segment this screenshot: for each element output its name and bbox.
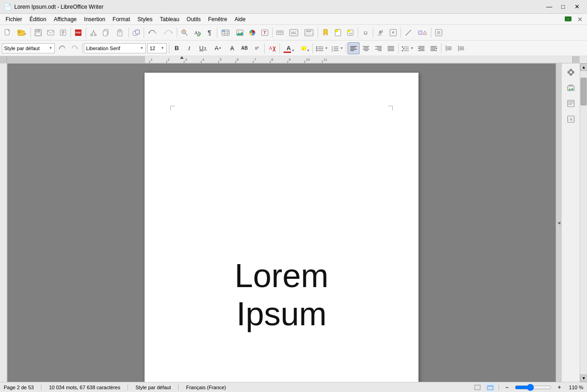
email-button[interactable] bbox=[45, 27, 57, 39]
formatting-marks-button[interactable]: ¶ bbox=[203, 27, 215, 39]
libreoffice-update-icon[interactable]: ↓ bbox=[563, 14, 573, 24]
table-button[interactable] bbox=[219, 27, 233, 39]
svg-point-51 bbox=[238, 31, 239, 32]
list-indent-button[interactable]: ▼ bbox=[400, 42, 415, 54]
svg-text:⊞: ⊞ bbox=[437, 30, 441, 35]
scroll-down-button[interactable]: ▼ bbox=[580, 375, 587, 382]
pdf-button[interactable]: PDF bbox=[72, 27, 84, 39]
header-button[interactable] bbox=[286, 27, 301, 39]
styles-panel-button[interactable]: A bbox=[564, 112, 578, 126]
menu-tableau[interactable]: Tableau bbox=[156, 15, 183, 23]
maximize-button[interactable]: □ bbox=[557, 2, 570, 12]
web-view-button[interactable] bbox=[486, 383, 495, 392]
menu-insertion[interactable]: Insertion bbox=[81, 15, 109, 23]
indent-button[interactable] bbox=[428, 42, 440, 54]
shape-button[interactable] bbox=[415, 27, 430, 39]
svg-rect-8 bbox=[17, 30, 21, 31]
spellcheck-button[interactable]: Abc bbox=[191, 27, 203, 39]
scroll-up-button[interactable]: ▲ bbox=[580, 63, 587, 71]
panel-collapse-handle[interactable]: ◀ bbox=[556, 63, 561, 382]
image-button[interactable] bbox=[234, 27, 246, 39]
align-right-button[interactable] bbox=[372, 42, 384, 54]
page-num-button[interactable]: # bbox=[387, 27, 399, 39]
numbered-list-button[interactable]: 1.2.3. ▼ bbox=[330, 42, 344, 54]
menu-affichage[interactable]: Affichage bbox=[50, 15, 81, 23]
cut-button[interactable] bbox=[87, 27, 99, 39]
highlight-color-button[interactable]: ▼ bbox=[296, 42, 311, 54]
align-center-button[interactable] bbox=[360, 42, 372, 54]
menu-edition[interactable]: Édition bbox=[26, 15, 50, 23]
bullet-list-button[interactable]: ▼ bbox=[314, 42, 329, 54]
font-size-selector[interactable]: 12 ▼ bbox=[147, 43, 167, 53]
redo-button[interactable] bbox=[161, 27, 175, 39]
copy-button[interactable] bbox=[100, 27, 112, 39]
underline-button[interactable]: U▼ bbox=[196, 42, 210, 54]
standard-view-button[interactable] bbox=[473, 383, 482, 392]
save-button[interactable] bbox=[32, 27, 44, 39]
align-justify-button[interactable] bbox=[385, 42, 397, 54]
font-color-button[interactable]: A ▼ bbox=[281, 42, 296, 54]
new-button[interactable] bbox=[2, 27, 14, 39]
field-button[interactable] bbox=[274, 27, 286, 39]
strikethrough-button[interactable]: A▼ bbox=[211, 42, 226, 54]
find-button[interactable] bbox=[179, 27, 191, 39]
menu-styles[interactable]: Styles bbox=[134, 15, 157, 23]
svg-marker-36 bbox=[156, 32, 157, 35]
align-left-button[interactable] bbox=[348, 42, 360, 54]
chart-button[interactable] bbox=[246, 27, 258, 39]
gallery-button[interactable] bbox=[564, 81, 578, 95]
remove-format-button[interactable]: A bbox=[266, 42, 278, 54]
special-char-button[interactable]: Ω bbox=[360, 27, 372, 39]
status-separator bbox=[41, 384, 41, 391]
close-button[interactable]: ✕ bbox=[570, 2, 583, 12]
navigator-button[interactable]: ⊞ bbox=[433, 27, 445, 39]
italic-button[interactable]: I bbox=[183, 42, 195, 54]
scroll-track[interactable] bbox=[580, 71, 587, 375]
font-selector[interactable]: Liberation Serif ▼ bbox=[84, 43, 146, 53]
open-button[interactable] bbox=[14, 27, 29, 39]
bold-button[interactable]: B bbox=[171, 42, 183, 54]
svg-line-23 bbox=[92, 31, 93, 34]
style-selector[interactable]: Style par défaut ▼ bbox=[2, 43, 55, 53]
minimize-button[interactable]: — bbox=[543, 2, 556, 12]
uppercase-button[interactable]: AB bbox=[238, 42, 250, 54]
menu-outils[interactable]: Outils bbox=[183, 15, 204, 23]
menu-format[interactable]: Format bbox=[109, 15, 134, 23]
redo-small-button[interactable] bbox=[69, 42, 81, 54]
edit-button[interactable] bbox=[57, 27, 69, 39]
document-canvas[interactable]: Lorem Ipsum bbox=[7, 63, 556, 382]
scroll-thumb[interactable] bbox=[581, 78, 587, 105]
svg-rect-55 bbox=[277, 31, 283, 35]
separator bbox=[313, 43, 313, 53]
note-button[interactable] bbox=[332, 27, 344, 39]
zoom-slider[interactable] bbox=[515, 385, 552, 390]
svg-text:A: A bbox=[569, 117, 572, 121]
decrease-spacing-button[interactable] bbox=[455, 42, 467, 54]
window-title: Lorem Ipsum.odt - LibreOffice Writer bbox=[14, 4, 543, 10]
show-note-button[interactable] bbox=[344, 27, 356, 39]
svg-rect-174 bbox=[475, 385, 480, 390]
line-button[interactable] bbox=[402, 27, 414, 39]
menu-aide[interactable]: Aide bbox=[231, 15, 249, 23]
menu-fenetre[interactable]: Fenêtre bbox=[204, 15, 231, 23]
footer-button[interactable] bbox=[302, 27, 316, 39]
undo-button[interactable] bbox=[145, 27, 160, 39]
shadow-button[interactable]: A bbox=[226, 42, 238, 54]
increase-spacing-button[interactable] bbox=[443, 42, 455, 54]
close-doc-button[interactable]: ✕ bbox=[575, 14, 585, 24]
undo-small-button[interactable] bbox=[56, 42, 68, 54]
svg-point-119 bbox=[401, 50, 403, 51]
textbox-button[interactable]: T bbox=[259, 27, 271, 39]
zoom-out-button[interactable]: − bbox=[503, 383, 511, 392]
paste-button[interactable] bbox=[112, 27, 127, 39]
navigator-panel-button[interactable] bbox=[564, 97, 578, 110]
clone-format-button[interactable] bbox=[130, 27, 142, 39]
script-button[interactable]: x² bbox=[251, 42, 263, 54]
properties-button[interactable] bbox=[564, 65, 578, 79]
zoom-in-button[interactable]: + bbox=[555, 383, 564, 392]
bookmark-button[interactable] bbox=[320, 27, 331, 39]
outdent-button[interactable] bbox=[415, 42, 427, 54]
menu-fichier[interactable]: Fichier bbox=[2, 15, 26, 23]
footnote-button[interactable]: a1 bbox=[375, 27, 387, 39]
vertical-scrollbar[interactable]: ▲ ▼ bbox=[580, 63, 587, 382]
